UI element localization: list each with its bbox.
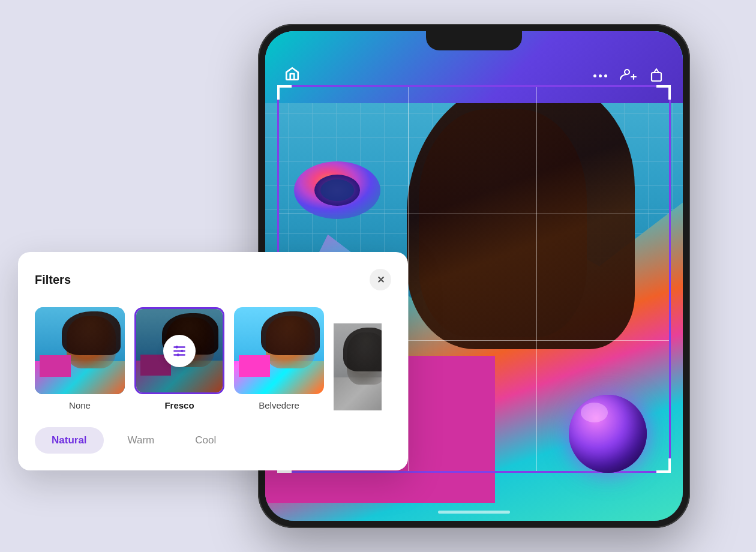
- filters-title: Filters: [35, 273, 71, 287]
- add-friend-icon[interactable]: [619, 67, 637, 85]
- filter-thumb-cool-img: [334, 323, 382, 410]
- tone-natural-button[interactable]: Natural: [35, 427, 104, 454]
- close-button[interactable]: ✕: [370, 269, 391, 290]
- filter-thumb-belvedere-img: [234, 307, 324, 394]
- filter-item-fresco[interactable]: Fresco: [134, 307, 224, 410]
- filters-header: Filters ✕: [35, 269, 391, 290]
- filter-item-belvedere[interactable]: Belvedere: [234, 307, 324, 410]
- svg-rect-3: [652, 73, 661, 81]
- grid-line-v2: [536, 87, 537, 471]
- filter-item-none[interactable]: None: [35, 307, 125, 410]
- svg-point-0: [625, 70, 629, 74]
- filter-label-none: None: [69, 400, 91, 410]
- filter-label-belvedere: Belvedere: [259, 400, 299, 410]
- sphere-3d-object: [569, 395, 647, 473]
- share-icon[interactable]: [649, 67, 664, 85]
- filter-icon-overlay: [136, 309, 223, 392]
- crop-corner-br: [656, 458, 671, 473]
- crop-corner-tl: [277, 85, 292, 100]
- torus-3d-object: [289, 151, 385, 229]
- filter-thumb-fresco: [134, 307, 224, 394]
- filters-panel: Filters ✕ None: [18, 252, 408, 470]
- filter-sliders-icon-circle: [163, 335, 196, 367]
- filter-thumb-cool: [334, 323, 382, 410]
- phone-notch: [426, 31, 522, 50]
- filter-thumb-belvedere: [234, 307, 324, 394]
- filter-thumb-none-img: [35, 307, 125, 394]
- tone-cool-button[interactable]: Cool: [178, 427, 233, 454]
- more-options-icon[interactable]: [593, 74, 607, 77]
- home-icon[interactable]: [284, 66, 300, 85]
- crop-corner-tr: [656, 85, 671, 100]
- tone-buttons-row: Natural Warm Cool: [35, 427, 391, 454]
- topbar-actions: [593, 67, 664, 85]
- filter-item-cool[interactable]: [334, 323, 382, 410]
- svg-point-6: [320, 179, 354, 201]
- svg-point-8: [176, 346, 178, 348]
- svg-point-12: [177, 353, 179, 356]
- svg-point-10: [181, 349, 183, 352]
- tone-warm-button[interactable]: Warm: [111, 427, 172, 454]
- filter-thumb-none: [35, 307, 125, 394]
- filter-thumbnails-row: None: [35, 307, 391, 410]
- filter-label-fresco: Fresco: [164, 400, 194, 410]
- home-indicator: [438, 511, 510, 514]
